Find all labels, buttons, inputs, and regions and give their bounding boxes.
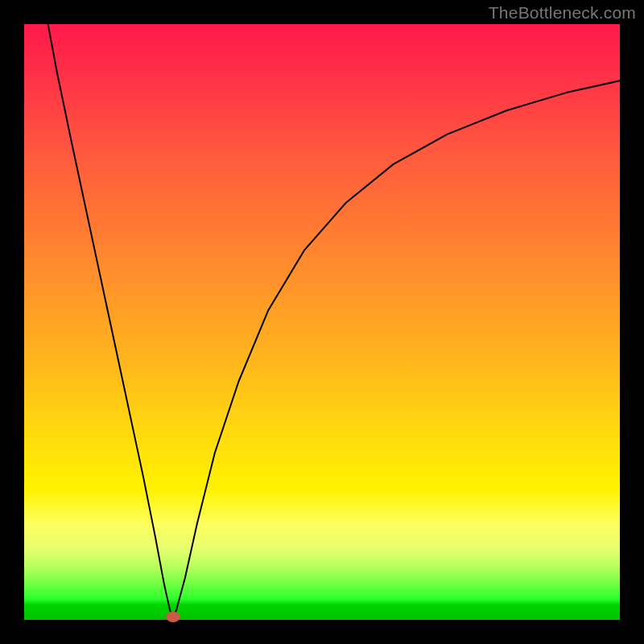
curve-layer	[24, 24, 620, 620]
minimum-point-marker	[166, 612, 180, 622]
plot-area	[24, 24, 620, 620]
chart-frame: TheBottleneck.com	[0, 0, 644, 644]
watermark-text: TheBottleneck.com	[489, 3, 636, 23]
bottleneck-curve	[48, 24, 620, 617]
